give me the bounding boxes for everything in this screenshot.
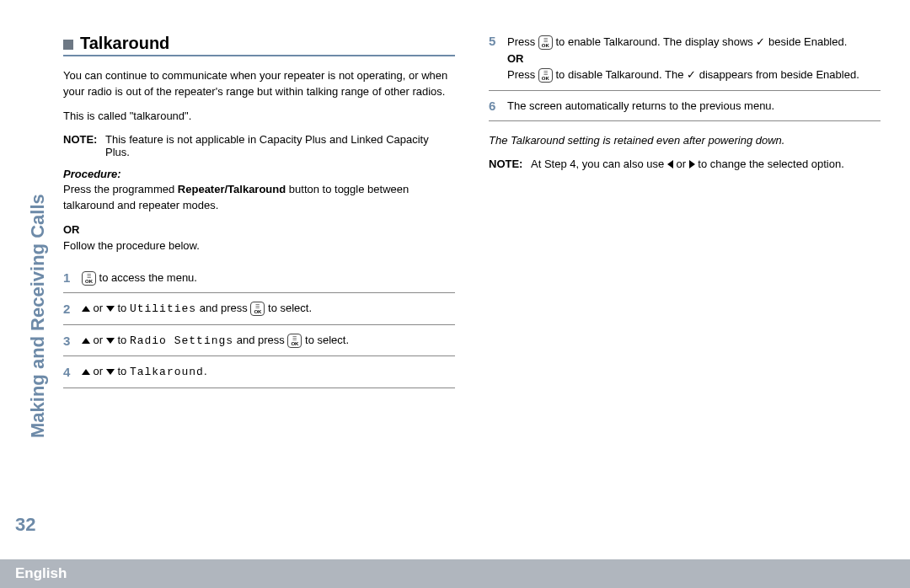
up-arrow-icon: [82, 306, 90, 312]
ok-button-icon: ☰OK: [82, 271, 96, 286]
t: or: [673, 158, 689, 170]
step-2: 2 or to Utilities and press ☰OK to selec…: [63, 293, 455, 325]
step-3: 3 or to Radio Settings and press ☰OK to …: [63, 325, 455, 357]
t: and press: [196, 302, 250, 314]
down-arrow-icon: [106, 338, 115, 344]
left-column: Talkaround You can continue to communica…: [63, 34, 455, 388]
right-arrow-icon: [689, 160, 695, 168]
section-title-vertical: Making and Receiving Calls: [27, 194, 49, 438]
note-label: NOTE:: [63, 133, 105, 158]
down-arrow-icon: [106, 369, 115, 375]
step-body: ☰OK to access the menu.: [82, 270, 455, 286]
footer-bar: English: [0, 559, 910, 588]
or-label: OR: [63, 223, 80, 236]
t: and press: [233, 334, 287, 346]
intro-paragraph-2: This is called "talkaround".: [63, 109, 455, 125]
ok-button-icon: ☰OK: [538, 68, 553, 83]
t: to select.: [302, 334, 349, 346]
t: disappears from beside Enabled.: [696, 68, 859, 81]
down-arrow-icon: [106, 306, 115, 312]
menu-utilities: Utilities: [130, 302, 196, 315]
content-columns: Talkaround You can continue to communica…: [63, 34, 885, 388]
step-number: 3: [63, 334, 82, 348]
steps-left: 1 ☰OK to access the menu. 2 or to Utilit…: [63, 263, 455, 388]
t: beside Enabled.: [765, 35, 847, 48]
step-number: 1: [63, 270, 82, 285]
step-5: 5 Press ☰OK to enable Talkaround. The di…: [489, 34, 881, 91]
heading-row: Talkaround: [63, 34, 455, 56]
note-text: At Step 4, you can also use or to change…: [531, 158, 844, 170]
note-text: This feature is not applicable in Capaci…: [105, 133, 455, 158]
steps-right: 5 Press ☰OK to enable Talkaround. The di…: [489, 34, 881, 121]
retain-note: The Talkaround setting is retained even …: [489, 133, 881, 149]
step-1-text: to access the menu.: [96, 271, 197, 284]
intro-paragraph-1: You can continue to communicate when you…: [63, 68, 455, 100]
menu-talkaround: Talkaround: [130, 366, 204, 378]
right-column: 5 Press ☰OK to enable Talkaround. The di…: [489, 34, 881, 388]
procedure-label: Procedure:: [63, 168, 121, 180]
step-6: 6 The screen automatically returns to th…: [489, 91, 881, 122]
t: .: [204, 365, 207, 377]
step-body: or to Radio Settings and press ☰OK to se…: [82, 332, 455, 350]
heading-bullet-icon: [63, 40, 73, 50]
ok-button-icon: ☰OK: [287, 334, 302, 348]
note-2: NOTE: At Step 4, you can also use or to …: [489, 158, 881, 170]
or-label: OR: [507, 52, 524, 65]
step-body: or to Utilities and press ☰OK to select.: [82, 300, 455, 318]
note-1: NOTE: This feature is not applicable in …: [63, 133, 455, 158]
procedure-button-name: Repeater/Talkaround: [178, 183, 286, 195]
step-body: The screen automatically returns to the …: [507, 98, 881, 115]
t: or: [90, 334, 106, 346]
step-number: 2: [63, 302, 82, 316]
t: to: [115, 302, 130, 314]
left-arrow-icon: [667, 160, 673, 168]
procedure-block: Procedure: Press the programmed Repeater…: [63, 167, 455, 215]
step-number: 6: [489, 99, 507, 113]
t: to disable Talkaround. The: [553, 68, 687, 81]
footer-language: English: [15, 565, 67, 582]
t: or: [90, 365, 106, 377]
step-number: 4: [63, 365, 82, 379]
t: Press: [507, 68, 538, 81]
procedure-text-1a: Press the programmed: [63, 183, 178, 195]
t: to enable Talkaround. The display shows: [553, 35, 757, 48]
up-arrow-icon: [82, 369, 90, 375]
check-icon: ✓: [687, 68, 696, 81]
heading-text: Talkaround: [80, 34, 169, 55]
page: Making and Receiving Calls 32 Talkaround…: [0, 0, 910, 588]
or-line-1: ORFollow the procedure below.: [63, 222, 455, 254]
note-label: NOTE:: [489, 158, 531, 170]
procedure-text-2: Follow the procedure below.: [63, 239, 200, 252]
t: or: [90, 302, 106, 314]
step-4: 4 or to Talkaround.: [63, 356, 455, 388]
step-body: Press ☰OK to enable Talkaround. The disp…: [507, 34, 881, 83]
step-1: 1 ☰OK to access the menu.: [63, 263, 455, 294]
t: At Step 4, you can also use: [531, 158, 667, 170]
step-body: or to Talkaround.: [82, 363, 455, 381]
check-icon: ✓: [756, 35, 765, 48]
up-arrow-icon: [82, 338, 90, 344]
ok-button-icon: ☰OK: [250, 302, 265, 316]
t: to select.: [265, 302, 312, 314]
menu-radio-settings: Radio Settings: [130, 334, 233, 347]
t: to: [115, 334, 130, 346]
t: to: [115, 365, 130, 377]
t: to change the selected option.: [695, 158, 844, 170]
step-number: 5: [489, 34, 507, 48]
page-number: 32: [15, 514, 35, 536]
ok-button-icon: ☰OK: [538, 35, 553, 50]
t: Press: [507, 35, 538, 48]
